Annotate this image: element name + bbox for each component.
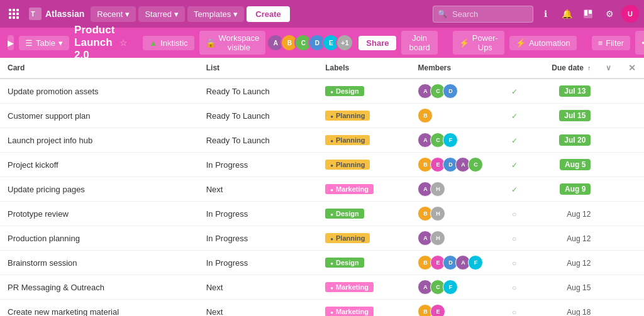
table-row[interactable]: Update pricing pagesNext●MarketingAH✓Aug… — [0, 177, 644, 202]
svg-rect-1 — [13, 9, 15, 11]
member-avatar: F — [468, 255, 483, 270]
settings-icon[interactable]: ⚙ — [600, 4, 619, 23]
member-avatars: ACF — [418, 280, 495, 295]
col-header-labels: Labels — [318, 58, 410, 79]
col-header-close[interactable]: ✕ — [620, 58, 644, 79]
row-collapse — [598, 251, 620, 275]
card-name[interactable]: Project kickoff — [0, 153, 199, 177]
card-name[interactable]: Production planning — [0, 226, 199, 251]
expand-sidebar-button[interactable]: ▶ — [8, 35, 14, 50]
card-check[interactable]: ✓ — [503, 128, 526, 153]
card-labels: ●Planning — [318, 153, 410, 177]
svg-text:T: T — [31, 10, 35, 18]
member-avatars: B — [418, 108, 495, 123]
table-row[interactable]: Project kickoffIn Progress●PlanningBEDAC… — [0, 153, 644, 177]
svg-rect-12 — [584, 10, 587, 16]
visibility-button[interactable]: 🔒 Workspace visible — [199, 31, 266, 55]
power-ups-button[interactable]: ⚡ Power-Ups — [453, 31, 504, 55]
checkmark-empty-icon: ○ — [512, 210, 516, 219]
card-due-date: Aug 18 — [526, 300, 599, 317]
due-badge: Aug 5 — [560, 159, 591, 170]
label-pill: ●Design — [325, 209, 364, 219]
member-avatars: ACF — [418, 133, 495, 148]
card-name[interactable]: Update pricing pages — [0, 177, 199, 202]
due-badge: Jul 20 — [559, 134, 591, 146]
trello-icon[interactable] — [579, 4, 597, 23]
apps-icon[interactable] — [5, 5, 23, 23]
table-row[interactable]: PR Messaging & OutreachNext●MarketingACF… — [0, 275, 644, 300]
card-due-date: Aug 15 — [526, 275, 599, 300]
member-avatar: H — [430, 182, 445, 197]
card-name[interactable]: Create new marketing material — [0, 300, 199, 317]
card-name[interactable]: Update promotion assets — [0, 79, 199, 104]
sort-arrow-icon: ↑ — [587, 65, 591, 72]
svg-rect-5 — [16, 13, 19, 15]
card-check[interactable]: ○ — [503, 275, 526, 300]
table-row[interactable]: Create new marketing materialNext●Market… — [0, 300, 644, 317]
card-check[interactable]: ○ — [503, 300, 526, 317]
card-members: AH — [410, 226, 502, 251]
member-avatar: H — [430, 231, 445, 246]
table-row[interactable]: Brainstorm sessionIn Progress●DesignBEDA… — [0, 251, 644, 275]
create-button[interactable]: Create — [247, 6, 289, 22]
search-wrap: 🔍 — [433, 6, 533, 23]
table-row[interactable]: Production planningIn Progress●PlanningA… — [0, 226, 644, 251]
member-avatars: BEDAF — [418, 255, 495, 270]
due-text: Aug 12 — [567, 259, 591, 268]
card-list: Ready To Launch — [199, 104, 318, 128]
join-board-button[interactable]: Join board — [401, 31, 437, 55]
star-icon[interactable]: ☆ — [119, 38, 128, 48]
search-input[interactable] — [433, 6, 533, 23]
table-row[interactable]: Customer support planReady To Launch●Pla… — [0, 104, 644, 128]
info-icon[interactable]: ℹ — [536, 4, 555, 23]
col-header-collapse[interactable]: ∨ — [598, 58, 620, 79]
card-due-date: Aug 12 — [526, 226, 599, 251]
card-check[interactable]: ○ — [503, 202, 526, 226]
templates-menu[interactable]: Templates ▾ — [187, 6, 244, 22]
filter-button[interactable]: ≡ Filter — [592, 36, 630, 50]
row-collapse — [598, 177, 620, 202]
table-row[interactable]: Launch project info hubReady To Launch●P… — [0, 128, 644, 153]
starred-menu[interactable]: Starred ▾ — [138, 6, 185, 22]
automation-button[interactable]: ⚡ Automation — [509, 36, 577, 50]
recent-menu[interactable]: Recent ▾ — [91, 6, 136, 22]
card-name[interactable]: Brainstorm session — [0, 251, 199, 275]
card-members: AH — [410, 177, 502, 202]
collapse-icon[interactable]: ∨ — [606, 63, 611, 72]
close-icon[interactable]: ✕ — [628, 63, 636, 73]
card-labels: ●Design — [318, 79, 410, 104]
card-name[interactable]: Launch project info hub — [0, 128, 199, 153]
card-check[interactable]: ✓ — [503, 79, 526, 104]
card-labels: ●Design — [318, 251, 410, 275]
card-check[interactable]: ✓ — [503, 104, 526, 128]
notifications-icon[interactable]: 🔔 — [557, 4, 576, 23]
card-check[interactable]: ✓ — [503, 177, 526, 202]
card-name[interactable]: PR Messaging & Outreach — [0, 275, 199, 300]
col-header-due[interactable]: Due date ↑ — [526, 58, 599, 79]
card-name[interactable]: Prototype review — [0, 202, 199, 226]
app-logo[interactable]: T Atlassian — [25, 8, 88, 20]
card-list: Ready To Launch — [199, 128, 318, 153]
card-labels: ●Planning — [318, 226, 410, 251]
label-pill: ●Planning — [325, 160, 370, 170]
card-check[interactable]: ○ — [503, 226, 526, 251]
svg-rect-13 — [589, 10, 592, 14]
card-due-date: Aug 5 — [526, 153, 599, 177]
table-container[interactable]: Card List Labels Members Due date ↑ ∨ — [0, 58, 644, 316]
due-badge: Jul 13 — [559, 85, 591, 97]
show-menu-button[interactable]: ••• Show menu — [635, 31, 644, 55]
card-list: Next — [199, 177, 318, 202]
share-button[interactable]: Share — [358, 36, 396, 50]
card-check[interactable]: ○ — [503, 251, 526, 275]
view-toggle-button[interactable]: ☰ Table ▾ — [19, 36, 69, 50]
workspace-button[interactable]: ▲ Inktistic — [143, 36, 194, 50]
card-name[interactable]: Customer support plan — [0, 104, 199, 128]
table-row[interactable]: Prototype reviewIn Progress●DesignBH○Aug… — [0, 202, 644, 226]
board-header: ▶ ☰ Table ▾ Product Launch 2.0 ☆ ▲ Inkti… — [0, 28, 644, 58]
col-header-members: Members — [410, 58, 502, 79]
card-check[interactable]: ✓ — [503, 153, 526, 177]
card-members: BEDAF — [410, 251, 502, 275]
board-members-avatars: A B C D E +1 — [270, 34, 353, 52]
table-row[interactable]: Update promotion assetsReady To Launch●D… — [0, 79, 644, 104]
user-avatar[interactable]: U — [621, 5, 639, 23]
